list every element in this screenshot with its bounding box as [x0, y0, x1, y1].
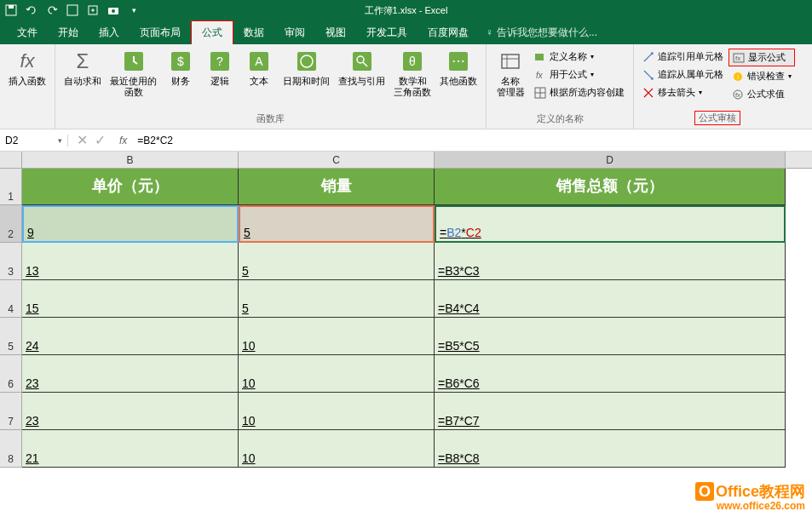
undo-icon[interactable] [26, 4, 37, 16]
eval-icon: fx [732, 89, 744, 101]
cell-d1[interactable]: 销售总额（元） [435, 169, 786, 205]
formula-input[interactable] [132, 135, 812, 146]
col-header-b[interactable]: B [22, 152, 239, 168]
remove-arrows-icon [642, 87, 654, 99]
show-formulas-button[interactable]: fx显示公式 [728, 49, 795, 66]
qat-icon-2[interactable] [87, 4, 99, 16]
lightbulb-icon: ♀ [486, 26, 493, 38]
cell-b8[interactable]: 21 [22, 430, 239, 468]
menu-baidu[interactable]: 百度网盘 [418, 21, 479, 44]
redo-icon[interactable] [46, 4, 58, 16]
cell-d2[interactable]: =B2*C2 [435, 205, 786, 243]
text-button[interactable]: A文本 [240, 47, 278, 89]
data-row-4: 4 15 5 =B4*C4 [0, 280, 812, 318]
recent-functions-button[interactable]: 最近使用的 函数 [107, 47, 160, 100]
col-header-d[interactable]: D [435, 152, 786, 168]
grid-icon [534, 87, 546, 99]
cell-d4[interactable]: =B4*C4 [435, 280, 786, 318]
svg-text:A: A [255, 55, 263, 68]
menu-data[interactable]: 数据 [233, 21, 274, 44]
cell-d8[interactable]: =B8*C8 [435, 430, 786, 468]
cell-b5[interactable]: 24 [22, 318, 239, 355]
menu-developer[interactable]: 开发工具 [356, 21, 418, 44]
insert-function-button[interactable]: fx 插入函数 [5, 47, 49, 89]
cell-c1[interactable]: 销量 [239, 169, 435, 205]
text-icon: A [248, 50, 270, 72]
use-in-formula-button[interactable]: fx用于公式▾ [531, 66, 628, 83]
select-all-corner[interactable] [0, 152, 22, 168]
cell-d3[interactable]: =B3*C3 [435, 243, 786, 280]
menu-insert[interactable]: 插入 [89, 21, 130, 44]
cell-c8[interactable]: 10 [239, 430, 435, 468]
fx-icon: fx [20, 50, 34, 72]
row-header-8[interactable]: 8 [0, 430, 22, 468]
cell-d5[interactable]: =B5*C5 [435, 318, 786, 355]
menu-review[interactable]: 审阅 [274, 21, 315, 44]
svg-rect-1 [9, 5, 14, 9]
group-label-fn-library: 函数库 [60, 111, 481, 129]
menu-bar: 文件 开始 插入 页面布局 公式 数据 审阅 视图 开发工具 百度网盘 ♀ 告诉… [0, 20, 812, 44]
row-header-2[interactable]: 2 [0, 205, 22, 243]
cell-c4[interactable]: 5 [239, 280, 435, 318]
menu-formulas[interactable]: 公式 [191, 20, 233, 45]
name-box[interactable]: D2▾ [0, 135, 68, 146]
financial-button[interactable]: $财务 [162, 47, 199, 89]
other-functions-button[interactable]: ⋯其他函数 [436, 47, 481, 89]
data-row-5: 5 24 10 =B5*C5 [0, 318, 812, 355]
name-box-dropdown-icon[interactable]: ▾ [58, 136, 62, 145]
row-header-1[interactable]: 1 [0, 169, 22, 205]
evaluate-formula-button[interactable]: fx公式求值 [728, 86, 795, 102]
tag-icon [534, 51, 546, 63]
remove-arrows-button[interactable]: 移去箭头▾ [639, 84, 727, 101]
math-button[interactable]: θ数学和 三角函数 [390, 47, 435, 100]
trace-precedents-button[interactable]: 追踪引用单元格 [639, 49, 727, 65]
qat-icon-1[interactable] [66, 4, 78, 16]
row-header-7[interactable]: 7 [0, 393, 22, 430]
menu-file[interactable]: 文件 [7, 21, 48, 44]
cell-b2[interactable]: 9 [22, 205, 239, 243]
svg-text:$: $ [177, 55, 184, 68]
lookup-button[interactable]: 查找与引用 [335, 47, 389, 89]
cell-b1[interactable]: 单价（元） [22, 169, 239, 205]
menu-home[interactable]: 开始 [48, 21, 89, 44]
define-name-button[interactable]: 定义名称▾ [531, 49, 628, 65]
logical-button[interactable]: ?逻辑 [201, 47, 239, 89]
fx-icon[interactable]: fx [114, 135, 132, 146]
cell-c6[interactable]: 10 [239, 355, 435, 393]
menu-view[interactable]: 视图 [315, 21, 356, 44]
row-header-5[interactable]: 5 [0, 318, 22, 355]
cell-b4[interactable]: 15 [22, 280, 239, 318]
cell-d7[interactable]: =B7*C7 [435, 393, 786, 430]
row-header-3[interactable]: 3 [0, 243, 22, 280]
tell-me-search[interactable]: ♀ 告诉我您想要做什么... [486, 26, 597, 40]
error-check-button[interactable]: !错误检查▾ [728, 68, 795, 84]
lookup-icon [351, 50, 373, 72]
save-icon[interactable] [5, 4, 17, 16]
cell-c3[interactable]: 5 [239, 243, 435, 280]
menu-page-layout[interactable]: 页面布局 [130, 21, 191, 44]
datetime-button[interactable]: 日期和时间 [279, 47, 333, 89]
autosum-button[interactable]: Σ自动求和 [60, 47, 105, 89]
enter-formula-icon[interactable]: ✓ [95, 132, 106, 148]
cell-c5[interactable]: 10 [239, 318, 435, 355]
header-row: 1 单价（元） 销量 销售总额（元） [0, 169, 812, 205]
cell-d6[interactable]: =B6*C6 [435, 355, 786, 393]
cell-b7[interactable]: 23 [22, 393, 239, 430]
cancel-formula-icon[interactable]: ✕ [77, 132, 88, 148]
row-header-6[interactable]: 6 [0, 355, 22, 393]
financial-icon: $ [170, 50, 192, 72]
cell-b3[interactable]: 13 [22, 243, 239, 280]
trace-dep-icon [642, 69, 654, 81]
qat-dropdown-icon[interactable]: ▾ [128, 4, 140, 16]
name-manager-button[interactable]: 名称 管理器 [492, 47, 529, 100]
cell-b6[interactable]: 23 [22, 355, 239, 393]
cell-c7[interactable]: 10 [239, 393, 435, 430]
col-header-c[interactable]: C [239, 152, 435, 168]
svg-rect-21 [502, 55, 519, 68]
row-header-4[interactable]: 4 [0, 280, 22, 318]
svg-text:⋯: ⋯ [452, 54, 465, 68]
cell-c2[interactable]: 5 [239, 205, 435, 243]
create-from-selection-button[interactable]: 根据所选内容创建 [531, 84, 628, 101]
trace-dependents-button[interactable]: 追踪从属单元格 [639, 66, 727, 83]
camera-icon[interactable] [107, 4, 119, 16]
